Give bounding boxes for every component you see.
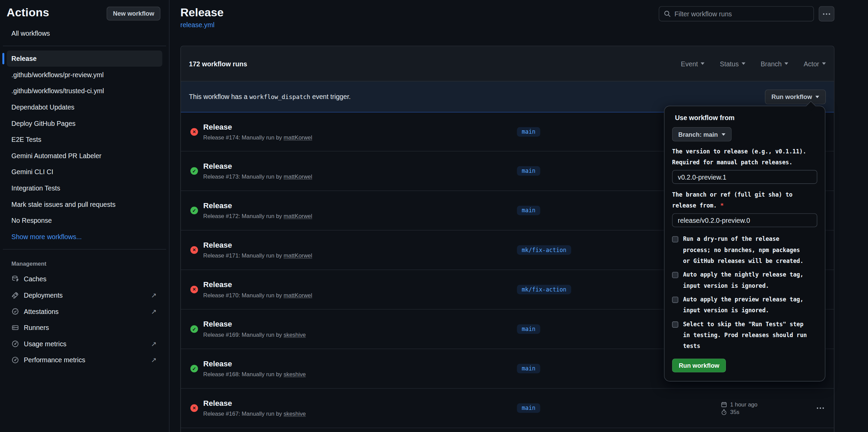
- run-subtitle: Release #172: Manually run by mattKorwel: [203, 213, 312, 220]
- show-more-workflows-link[interactable]: Show more workflows...: [7, 229, 163, 245]
- required-asterisk: *: [720, 202, 724, 209]
- run-duration-label: 35s: [730, 409, 739, 415]
- run-title-link[interactable]: Release: [203, 281, 232, 289]
- workflow-options-kebab-button[interactable]: [819, 6, 834, 21]
- sidebar-item-performance-metrics[interactable]: Performance metrics ↗: [7, 352, 163, 368]
- sidebar-item-usage-metrics[interactable]: Usage metrics ↗: [7, 336, 163, 352]
- run-title-link[interactable]: Release: [203, 360, 232, 368]
- run-title-link[interactable]: Release: [203, 162, 232, 170]
- workflow-file-link[interactable]: release.yml: [181, 21, 215, 29]
- server-icon: [12, 324, 19, 331]
- run-actor-link[interactable]: mattKorwel: [284, 252, 312, 259]
- chevron-down-icon: [785, 62, 788, 65]
- sidebar-item-integration-tests[interactable]: Integration Tests: [7, 180, 163, 196]
- run-subtitle: Release #171: Manually run by mattKorwel: [203, 252, 312, 259]
- run-actor-link[interactable]: skeshive: [284, 331, 306, 338]
- branch-selector-button[interactable]: Branch: main: [672, 127, 732, 142]
- run-title-link[interactable]: Release: [203, 241, 232, 249]
- sidebar-item-label: Caches: [24, 275, 46, 283]
- run-actor-link[interactable]: skeshive: [284, 371, 306, 378]
- nightly-tag-label: Auto apply the nightly release tag, inpu…: [683, 269, 803, 291]
- dry-run-label: Run a dry-run of the release process; no…: [683, 234, 803, 267]
- sidebar-item-deploy-github-pages[interactable]: Deploy GitHub Pages: [7, 115, 163, 132]
- branch-label[interactable]: mk/fix-action: [517, 285, 571, 294]
- stopwatch-icon: [721, 409, 728, 415]
- run-actor-link[interactable]: mattKorwel: [284, 173, 312, 180]
- version-input-description: The version to release (e.g., v0.1.11). …: [672, 146, 817, 168]
- status-icon: [190, 128, 198, 135]
- sidebar-item-dependabot-updates[interactable]: Dependabot Updates: [7, 99, 163, 115]
- sidebar-item-pr-review[interactable]: .github/workflows/pr-review.yml: [7, 67, 163, 83]
- sidebar-item-label: Runners: [24, 324, 49, 331]
- branch-label[interactable]: main: [517, 324, 540, 334]
- run-title-link[interactable]: Release: [203, 201, 232, 210]
- new-workflow-button[interactable]: New workflow: [107, 7, 160, 21]
- sidebar-item-trusted-ci[interactable]: .github/workflows/trusted-ci.yml: [7, 83, 163, 99]
- sidebar-item-label: Attestations: [24, 308, 58, 315]
- run-options-kebab-button[interactable]: [816, 404, 825, 412]
- chevron-down-icon: [722, 133, 726, 135]
- chevron-down-icon: [815, 96, 819, 98]
- nightly-tag-checkbox[interactable]: [672, 272, 678, 278]
- branch-filter-dropdown[interactable]: Branch: [761, 60, 788, 67]
- actions-sidebar: Actions New workflow All workflows Relea…: [0, 0, 169, 432]
- status-icon: [190, 404, 198, 412]
- run-subtitle: Release #174: Manually run by mattKorwel: [203, 134, 312, 141]
- sidebar-item-no-response[interactable]: No Response: [7, 212, 163, 229]
- preview-tag-option: Auto apply the preview release tag, inpu…: [672, 294, 817, 316]
- run-subtitle: Release #168: Manually run by skeshive: [203, 371, 306, 378]
- sidebar-item-runners[interactable]: Runners: [7, 319, 163, 336]
- cache-icon: [12, 275, 19, 283]
- run-actor-link[interactable]: mattKorwel: [284, 134, 312, 141]
- sidebar-item-mark-stale[interactable]: Mark stale issues and pull requests: [7, 196, 163, 213]
- sidebar-item-gemini-cli-ci[interactable]: Gemini CLI CI: [7, 164, 163, 180]
- run-workflow-dropdown-button[interactable]: Run workflow: [765, 89, 826, 104]
- skip-tests-checkbox[interactable]: [672, 321, 678, 328]
- runs-list-header: 172 workflow runs Event Status Branch Ac…: [181, 46, 834, 82]
- branch-label[interactable]: main: [517, 364, 540, 373]
- branch-label[interactable]: main: [517, 206, 540, 215]
- preview-tag-checkbox[interactable]: [672, 297, 678, 303]
- status-icon: [190, 365, 198, 372]
- sidebar-item-gemini-pr-labeler[interactable]: Gemini Automated PR Labeler: [7, 148, 163, 164]
- popup-heading: Use workflow from: [672, 114, 817, 121]
- meter-icon: [12, 340, 19, 348]
- filter-workflow-runs-input[interactable]: [659, 6, 814, 21]
- calendar-icon: [721, 401, 728, 408]
- sidebar-item-label: Performance metrics: [24, 356, 85, 364]
- status-filter-dropdown[interactable]: Status: [720, 60, 745, 67]
- filter-workflow-runs-search: [659, 6, 814, 21]
- version-input[interactable]: [672, 170, 817, 184]
- status-icon: [190, 167, 198, 175]
- actor-filter-dropdown[interactable]: Actor: [804, 60, 826, 67]
- sidebar-item-all-workflows[interactable]: All workflows: [7, 25, 163, 41]
- branch-label[interactable]: main: [517, 403, 540, 413]
- search-icon: [664, 10, 671, 17]
- branch-label[interactable]: mk/fix-action: [517, 245, 571, 255]
- sidebar-item-attestations[interactable]: Attestations ↗: [7, 303, 163, 320]
- run-subtitle: Release #173: Manually run by mattKorwel: [203, 173, 312, 180]
- branch-label[interactable]: main: [517, 166, 540, 176]
- run-actor-link[interactable]: skeshive: [284, 411, 306, 417]
- run-time-label: 1 hour ago: [730, 401, 758, 408]
- branch-label[interactable]: main: [517, 127, 540, 136]
- sidebar-item-deployments[interactable]: Deployments ↗: [7, 287, 163, 303]
- sidebar-item-caches[interactable]: Caches: [7, 271, 163, 287]
- dry-run-checkbox[interactable]: [672, 236, 678, 242]
- skip-tests-option: Select to skip the "Run Tests" step in t…: [672, 319, 817, 352]
- run-title-link[interactable]: Release: [203, 123, 232, 131]
- sidebar-item-e2e-tests[interactable]: E2E Tests: [7, 131, 163, 148]
- event-filter-dropdown[interactable]: Event: [681, 60, 705, 67]
- run-actor-link[interactable]: mattKorwel: [284, 213, 312, 220]
- run-title-link[interactable]: Release: [203, 399, 232, 407]
- sidebar-item-release[interactable]: Release: [7, 50, 163, 67]
- verified-badge-icon: [12, 308, 19, 315]
- external-link-icon: ↗: [151, 308, 156, 315]
- ref-input[interactable]: [672, 213, 817, 227]
- workflow-run-row: Release Release #167: Manually run by sk…: [181, 388, 834, 428]
- run-workflow-submit-button[interactable]: Run workflow: [672, 359, 726, 372]
- run-actor-link[interactable]: mattKorwel: [284, 292, 312, 299]
- run-workflow-popup: Use workflow from Branch: main The versi…: [664, 106, 826, 382]
- ref-input-description: The branch or ref (full git sha) to rele…: [672, 189, 817, 211]
- run-title-link[interactable]: Release: [203, 320, 232, 328]
